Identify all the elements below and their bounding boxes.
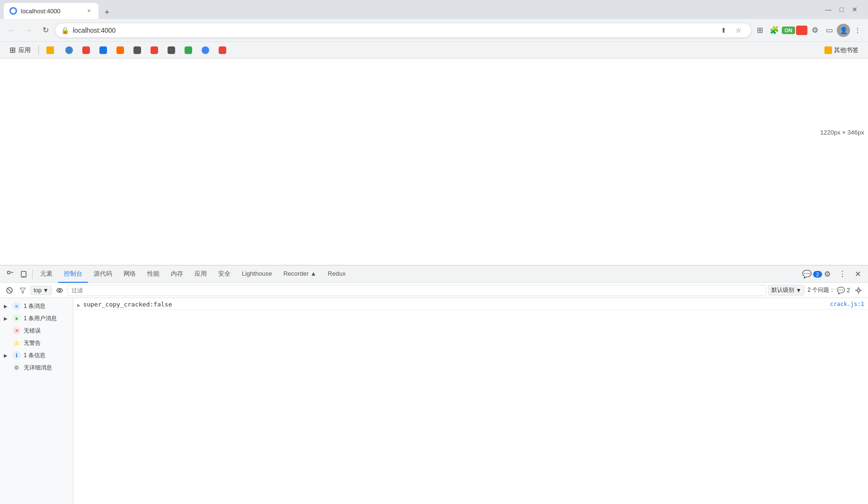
sidebar-warnings-item[interactable]: ▶ ⚠ 无警告 (0, 337, 73, 349)
issue-message-icon: 💬 (837, 287, 845, 294)
tab-lighthouse[interactable]: Lighthouse (236, 266, 278, 283)
apps-bookmark[interactable]: ⊞ 应用 (6, 44, 35, 56)
tab-close-button[interactable]: × (85, 7, 93, 15)
on-extension-button[interactable]: ON (782, 27, 796, 34)
extensions-menu-icon[interactable]: 🧩 (768, 24, 781, 37)
chevron-down-icon: ▼ (43, 287, 49, 294)
bookmark-item-4[interactable] (96, 45, 111, 56)
log-expand-arrow[interactable]: ▶ (77, 302, 80, 308)
tab-sources[interactable]: 源代码 (88, 266, 118, 283)
warnings-icon: ⚠ (12, 339, 21, 347)
eye-icon-button[interactable] (54, 285, 65, 296)
devtools-device-icon[interactable] (17, 268, 30, 281)
info-label: 1 条信息 (24, 351, 45, 360)
bookmark-item-9[interactable] (181, 45, 196, 56)
tab-title: localhost:4000 (21, 8, 81, 15)
sidebar-verbose-item[interactable]: ▶ ⚙ 无详细消息 (0, 361, 73, 374)
tab-security[interactable]: 安全 (213, 266, 236, 283)
forward-button[interactable]: → (21, 23, 36, 38)
devtools-inspect-icon[interactable] (4, 268, 17, 281)
close-devtools-icon: ✕ (855, 270, 861, 279)
errors-icon: ✕ (12, 326, 21, 335)
bookmark-icon-7 (151, 46, 158, 54)
bookmark-item-3[interactable] (79, 45, 94, 56)
devtools-actions: 💬 2 ⚙ ⋮ ✕ (806, 268, 864, 281)
issues-counter[interactable]: 2 个问题： 💬 2 (807, 286, 850, 294)
window-controls: — □ ✕ (824, 6, 864, 13)
svg-rect-2 (21, 271, 26, 277)
sidebar-user-messages-item[interactable]: ▶ ● 1 条用户消息 (0, 312, 73, 324)
bookmark-folder-icon (46, 46, 54, 54)
default-level-selector[interactable]: 默认级别 ▼ (768, 285, 805, 296)
maximize-button[interactable]: □ (838, 6, 845, 13)
profile-button[interactable]: 👤 (837, 24, 850, 37)
sidebar-errors-item[interactable]: ▶ ✕ 无错误 (0, 324, 73, 337)
console-filter-toggle[interactable] (17, 285, 28, 296)
console-settings-button[interactable] (853, 285, 864, 296)
warnings-label: 无警告 (24, 339, 41, 347)
puzzle-extension-icon[interactable]: ⚙ (808, 24, 822, 37)
extensions-icon[interactable]: ⊞ (753, 24, 767, 37)
url-text: localhost:4000 (73, 27, 713, 34)
sidebar-info-item[interactable]: ▶ ℹ 1 条信息 (0, 349, 73, 361)
back-button[interactable]: ← (4, 23, 19, 38)
bookmark-separator (38, 45, 39, 55)
table-row: ▶ super_copy_cracked:false crack.js:1 (73, 300, 868, 310)
address-actions: ⬆ ☆ (717, 24, 745, 37)
tab-application[interactable]: 应用 (189, 266, 213, 283)
close-window-button[interactable]: ✕ (851, 6, 859, 13)
browser-tab[interactable]: localhost:4000 × (4, 3, 98, 19)
reload-button[interactable]: ↻ (38, 23, 53, 38)
bookmark-item-7[interactable] (147, 45, 162, 56)
messages-icon: ≡ (12, 302, 21, 310)
bookmark-icon-6 (133, 46, 141, 54)
svg-rect-0 (8, 271, 10, 274)
tab-elements[interactable]: 元素 (35, 266, 58, 283)
devtools-tab-bar: 元素 控制台 源代码 网络 性能 内存 应用 安全 (0, 266, 868, 283)
user-messages-icon: ● (12, 314, 21, 323)
console-log-area: ▶ super_copy_cracked:false crack.js:1 (73, 298, 868, 504)
log-source-link[interactable]: crack.js:1 (830, 301, 864, 307)
tab-recorder[interactable]: Recorder ▲ (278, 266, 322, 283)
clear-console-button[interactable] (4, 285, 15, 296)
console-filter-input[interactable] (67, 285, 767, 296)
devtools-messages-button[interactable]: 💬 2 (806, 268, 819, 281)
share-icon[interactable]: ⬆ (717, 24, 730, 37)
message-icon: 💬 (802, 270, 812, 279)
console-right-actions: 默认级别 ▼ 2 个问题： 💬 2 (768, 285, 864, 296)
new-tab-button[interactable]: + (100, 6, 114, 19)
minimize-button[interactable]: — (824, 6, 832, 13)
red-extension-button[interactable] (796, 26, 807, 35)
bookmark-item-6[interactable] (130, 45, 145, 56)
navigation-bar: ← → ↻ 🔒 localhost:4000 ⬆ ☆ ⊞ 🧩 ON ⚙ ▭ 👤 … (0, 19, 868, 42)
bookmark-item-1[interactable] (43, 45, 60, 56)
bookmark-icon[interactable]: ☆ (732, 24, 745, 37)
sidebar-toggle-icon[interactable]: ▭ (823, 24, 836, 37)
tab-performance[interactable]: 性能 (142, 266, 165, 283)
devtools-close-button[interactable]: ✕ (851, 268, 864, 281)
tab-console[interactable]: 控制台 (58, 266, 88, 283)
sidebar-messages-item[interactable]: ▶ ≡ 1 条消息 (0, 300, 73, 312)
address-bar[interactable]: 🔒 localhost:4000 ⬆ ☆ (55, 23, 752, 38)
context-selector[interactable]: top ▼ (30, 286, 52, 295)
svg-point-8 (59, 289, 61, 291)
bookmark-item-8[interactable] (164, 45, 179, 56)
errors-label: 无错误 (24, 327, 41, 335)
tab-memory[interactable]: 内存 (165, 266, 189, 283)
security-lock-icon: 🔒 (61, 27, 69, 34)
expand-arrow-icon: ▶ (4, 304, 9, 309)
bookmark-item-5[interactable] (113, 45, 128, 56)
bookmark-icon-3 (82, 46, 90, 54)
tab-network[interactable]: 网络 (118, 266, 142, 283)
browser-actions: ⊞ 🧩 ON ⚙ ▭ 👤 ⋮ (753, 24, 865, 37)
more-menu-button[interactable]: ⋮ (851, 24, 864, 37)
bookmark-item-10[interactable] (198, 45, 213, 56)
devtools-more-button[interactable]: ⋮ (836, 268, 849, 281)
bookmark-item-11[interactable] (215, 45, 230, 56)
bookmark-item-2[interactable] (62, 45, 77, 56)
devtools-settings-button[interactable]: ⚙ (821, 268, 834, 281)
console-toolbar: top ▼ 默认级别 ▼ 2 个问题： 💬 2 (0, 283, 868, 298)
title-bar: localhost:4000 × + — □ ✕ (0, 0, 868, 19)
other-bookmarks[interactable]: 其他书签 (821, 44, 862, 56)
tab-redux[interactable]: Redux (322, 266, 352, 283)
